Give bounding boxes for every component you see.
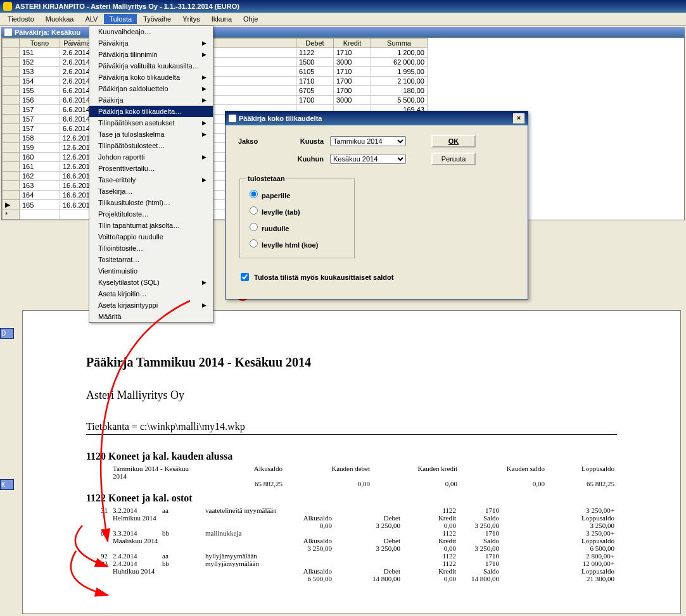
menu-ikkuna[interactable]: Ikkuna xyxy=(206,14,237,24)
col-debet[interactable]: Debet xyxy=(296,39,334,48)
cell-kredit[interactable]: 1710 xyxy=(334,48,371,58)
subwindow-title: Päiväkirja: Kesäkuu xyxy=(15,28,80,36)
row-header[interactable] xyxy=(3,191,20,200)
menu-item[interactable]: Päiväkirja▶ xyxy=(89,37,213,49)
cell-summa[interactable]: 180,00 xyxy=(371,86,428,96)
menu-yritys[interactable]: Yritys xyxy=(177,14,205,24)
menu-ohje[interactable]: Ohje xyxy=(238,14,263,24)
kuuhun-select[interactable]: Kesäkuu 2014 xyxy=(330,154,406,164)
menu-item[interactable]: Tase-erittely▶ xyxy=(89,174,213,185)
cell-kredit[interactable]: 3000 xyxy=(334,96,371,105)
cell-tosno[interactable]: 155 xyxy=(20,86,60,96)
cell-summa[interactable]: 5 500,00 xyxy=(371,96,428,105)
cell-tosno[interactable]: 156 xyxy=(20,96,60,105)
cell-tosno[interactable]: 162 xyxy=(20,172,60,181)
menu-item[interactable]: Tilinpäätöksen asetukset▶ xyxy=(89,117,213,129)
menu-item[interactable]: Päiväkirja koko tilikaudelta▶ xyxy=(89,72,213,83)
cell-debet[interactable]: 1122 xyxy=(296,48,334,58)
menu-item[interactable]: Päiväkirja valituilta kuukausilta… xyxy=(89,60,213,72)
row-header[interactable] xyxy=(3,77,20,86)
row-header[interactable] xyxy=(3,162,20,172)
row-header[interactable] xyxy=(3,134,20,143)
row-header[interactable] xyxy=(3,124,20,134)
row-header[interactable] xyxy=(3,143,20,153)
cell-debet[interactable]: 1500 xyxy=(296,58,334,67)
menu-item[interactable]: Tilinpäätöstulosteet… xyxy=(89,140,213,151)
row-header[interactable] xyxy=(3,86,20,96)
row-header[interactable] xyxy=(3,172,20,181)
app-titlebar: ASTERI KIRJANPITO - Asteri Malliyritys O… xyxy=(0,0,686,13)
row-header[interactable] xyxy=(3,115,20,124)
cell-tosno[interactable]: 153 xyxy=(20,67,60,77)
cell-tosno[interactable]: 157 xyxy=(20,105,60,115)
kuusta-select[interactable]: Tammikuu 2014 xyxy=(330,136,406,146)
row-header[interactable] xyxy=(3,58,20,67)
menu-item[interactable]: Tasekirja… xyxy=(89,185,213,197)
cell-tosno[interactable]: 154 xyxy=(20,77,60,86)
menu-item[interactable]: Projektituloste… xyxy=(89,208,213,220)
col-kredit[interactable]: Kredit xyxy=(334,39,371,48)
radio-ruudulle[interactable]: ruudulle xyxy=(246,218,348,220)
menu-item[interactable]: Prosenttivertailu… xyxy=(89,163,213,174)
menu-item[interactable]: Pääkirja koko tilikaudelta… xyxy=(89,106,213,117)
menu-tyovaihe[interactable]: Työvaihe xyxy=(138,14,176,24)
kuusta-label: Kuusta xyxy=(279,137,330,145)
paakirja-dialog: Pääkirja koko tilikaudelta × Jakso Kuust… xyxy=(225,111,528,220)
tulostetaan-group: tulostetaan paperille levylle (tab) ruud… xyxy=(239,175,355,220)
menu-alv[interactable]: ALV xyxy=(80,14,103,24)
cell-tosno[interactable]: 161 xyxy=(20,162,60,172)
col-summa[interactable]: Summa xyxy=(371,39,428,48)
cell-tosno[interactable]: 164 xyxy=(20,191,60,200)
menu-muokkaa[interactable]: Muokkaa xyxy=(41,14,79,24)
cell-kredit[interactable]: 3000 xyxy=(334,58,371,67)
close-button[interactable]: × xyxy=(513,113,524,123)
menu-item[interactable]: Tilikausituloste (html)… xyxy=(89,197,213,208)
grid-corner xyxy=(3,39,20,48)
menu-item[interactable]: Päiväkirja tilinnimin▶ xyxy=(89,49,213,60)
menu-item[interactable]: Tase ja tuloslaskelma▶ xyxy=(89,129,213,140)
dialog-titlebar[interactable]: Pääkirja koko tilikaudelta × xyxy=(225,111,528,125)
cell-tosno[interactable]: 151 xyxy=(20,48,60,58)
cell-debet[interactable]: 1700 xyxy=(296,96,334,105)
cell-debet[interactable]: 6705 xyxy=(296,86,334,96)
row-header[interactable] xyxy=(3,67,20,77)
menu-item[interactable]: Kuunvaihdeajo… xyxy=(89,26,213,37)
cell-kredit[interactable]: 1700 xyxy=(334,77,371,86)
col-tosno[interactable]: Tosno xyxy=(20,39,60,48)
menu-item[interactable]: Tilin tapahtumat jaksolta… xyxy=(89,220,213,220)
cell-tosno[interactable]: 159 xyxy=(20,143,60,153)
cell-debet[interactable]: 6105 xyxy=(296,67,334,77)
cell-tosno[interactable]: 165 xyxy=(20,200,60,210)
cell-kredit[interactable]: 1710 xyxy=(334,67,371,77)
cell-kredit[interactable]: 1700 xyxy=(334,86,371,96)
row-header[interactable]: ▶ xyxy=(3,200,20,210)
cell-tosno[interactable]: 163 xyxy=(20,181,60,191)
menu-item[interactable]: Johdon raportti▶ xyxy=(89,151,213,163)
tulosta-dropdown: Kuunvaihdeajo…Päiväkirja▶Päiväkirja tili… xyxy=(89,25,213,220)
cell-summa[interactable]: 62 000,00 xyxy=(371,58,428,67)
cell-tosno[interactable]: 157 xyxy=(20,115,60,124)
cell-tosno[interactable]: 157 xyxy=(20,124,60,134)
cell-tosno[interactable]: 158 xyxy=(20,134,60,143)
ok-button[interactable]: OK xyxy=(431,135,476,148)
menu-item[interactable]: Pääkirjan saldoluettelo▶ xyxy=(89,83,213,94)
cell-summa[interactable]: 1 995,00 xyxy=(371,67,428,77)
radio-paperille[interactable]: paperille xyxy=(246,185,348,202)
row-header[interactable] xyxy=(3,96,20,105)
menu-item[interactable]: Pääkirja▶ xyxy=(89,94,213,106)
row-header[interactable] xyxy=(3,48,20,58)
menu-tulosta[interactable]: Tulosta xyxy=(104,14,137,24)
row-header[interactable] xyxy=(3,105,20,115)
radio-levylle-tab[interactable]: levylle (tab) xyxy=(246,202,348,218)
row-header[interactable] xyxy=(3,181,20,191)
cell-summa[interactable]: 2 100,00 xyxy=(371,77,428,86)
menu-tiedosto[interactable]: Tiedosto xyxy=(3,14,39,24)
cell-tosno[interactable]: 152 xyxy=(20,58,60,67)
dialog-title: Pääkirja koko tilikaudelta xyxy=(239,115,322,122)
row-header[interactable] xyxy=(3,153,20,162)
cell-debet[interactable]: 1710 xyxy=(296,77,334,86)
peruuta-button[interactable]: Peruuta xyxy=(431,153,476,165)
cell-summa[interactable]: 1 200,00 xyxy=(371,48,428,58)
cell-tosno[interactable]: 160 xyxy=(20,153,60,162)
row-new[interactable]: * xyxy=(3,210,20,220)
